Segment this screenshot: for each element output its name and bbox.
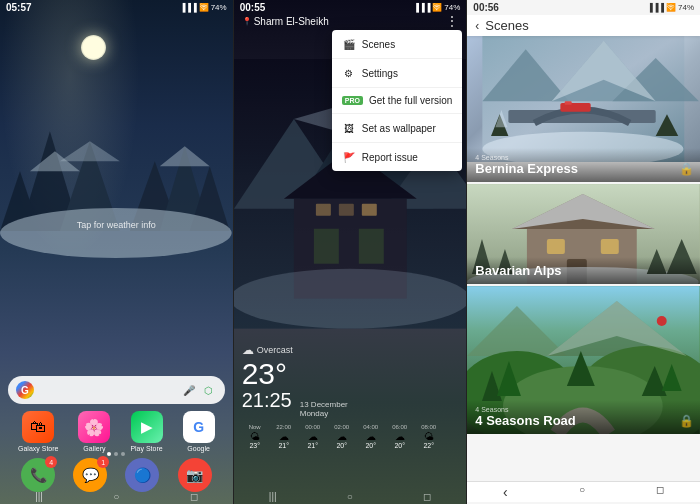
bixby-icon: 🔵: [134, 467, 151, 483]
location-name: Sharm El-Sheikh: [254, 16, 329, 27]
menu-scenes[interactable]: 🎬 Scenes: [332, 30, 463, 59]
back-button[interactable]: ‹: [475, 19, 479, 33]
weather-condition: ☁ Overcast: [242, 343, 459, 357]
current-time-weather: 21:25: [242, 389, 292, 412]
dot-2: [114, 452, 118, 456]
phone-badge: 4: [45, 456, 57, 468]
microphone-icon[interactable]: 🎤: [181, 382, 197, 398]
google-logo: G: [16, 381, 34, 399]
dot-3: [121, 452, 125, 456]
app-gallery[interactable]: 🌸 Gallery: [78, 411, 110, 452]
app-grid: 🛍 Galaxy Store 🌸 Gallery ▶ Play Store G …: [0, 411, 233, 452]
forecast-icon-0: 🌤: [250, 431, 260, 442]
weather-panel: ☁ Overcast 23° 21:25 13 December Monday …: [234, 343, 467, 449]
nav-back-3[interactable]: ‹: [503, 484, 508, 500]
nav-home-1[interactable]: ○: [113, 491, 119, 502]
scenes-page-title: Scenes: [485, 18, 692, 33]
gallery-icon: 🌸: [78, 411, 110, 443]
more-options-button[interactable]: ⋮: [446, 14, 458, 28]
location-pin-icon: 📍: [242, 17, 252, 26]
forecast-icon-2: ☁: [308, 431, 318, 442]
wallpaper-menu-icon: 🖼: [342, 121, 356, 135]
svg-rect-40: [547, 239, 565, 254]
app-galaxy-store[interactable]: 🛍 Galaxy Store: [18, 411, 58, 452]
time-display-1: 05:57: [6, 2, 32, 13]
phone-screen-3: 00:56 ▐▐▐ 🛜 74% ‹ Scenes: [467, 0, 700, 504]
app-google[interactable]: G Google: [183, 411, 215, 452]
forecast-icon-4: ☁: [366, 431, 376, 442]
svg-rect-18: [314, 229, 339, 264]
nav-back-1[interactable]: |||: [35, 491, 43, 502]
forecast-icon-1: ☁: [279, 431, 289, 442]
svg-marker-10: [160, 146, 210, 166]
signal-icon-2: ▐▐▐: [413, 3, 430, 12]
scenes-header: ‹ Scenes: [467, 15, 700, 36]
bavarian-name: Bavarian Alps: [475, 263, 692, 278]
nav-bar-1: ||| ○ ◻: [0, 491, 233, 502]
dock-camera[interactable]: 📷: [178, 458, 212, 492]
galaxy-store-icon: 🛍: [22, 411, 54, 443]
svg-rect-31: [565, 101, 572, 104]
nav-bar-2: ||| ○ ◻: [234, 491, 467, 502]
cloud-icon: ☁: [242, 343, 254, 357]
lens-icon[interactable]: ⬡: [201, 382, 217, 398]
messages-icon: 💬: [82, 467, 99, 483]
menu-settings[interactable]: ⚙ Settings: [332, 59, 463, 88]
status-bar-2: 00:55 ▐▐▐ 🛜 74%: [234, 0, 467, 15]
time-display-3: 00:56: [473, 2, 499, 13]
scene-4seasons[interactable]: 4 Seasons 4 Seasons Road 🔒: [467, 286, 700, 434]
forecast-00: 00:00 ☁ 21°: [300, 424, 326, 449]
battery-2: 74%: [444, 3, 460, 12]
scene-bavarian[interactable]: Bavarian Alps: [467, 184, 700, 284]
scenes-menu-icon: 🎬: [342, 37, 356, 51]
4seasons-lock-icon: 🔒: [679, 414, 694, 428]
signal-icon-1: ▐▐▐: [180, 3, 197, 12]
dock-phone[interactable]: 📞 4: [21, 458, 55, 492]
menu-wallpaper[interactable]: 🖼 Set as wallpaper: [332, 114, 463, 143]
status-icons-1: ▐▐▐ 🛜 74%: [180, 3, 227, 12]
forecast-icon-6: 🌤: [424, 431, 434, 442]
nav-recent-1[interactable]: ◻: [190, 491, 198, 502]
dock-bixby[interactable]: 🔵: [125, 458, 159, 492]
weather-tap-text[interactable]: Tap for weather info: [77, 220, 156, 230]
svg-point-7: [0, 208, 232, 258]
bernina-scene-img: [467, 32, 700, 162]
current-temperature: 23°: [242, 359, 459, 389]
signal-icon-3: ▐▐▐: [647, 3, 664, 12]
settings-menu-icon: ⚙: [342, 66, 356, 80]
battery-1: 74%: [211, 3, 227, 12]
forecast-now: Now 🌤 23°: [242, 424, 268, 449]
dock-messages[interactable]: 💬 1: [73, 458, 107, 492]
forecast-22: 22:00 ☁ 21°: [271, 424, 297, 449]
nav-back-2[interactable]: |||: [269, 491, 277, 502]
status-icons-3: ▐▐▐ 🛜 74%: [647, 3, 694, 12]
nav-recent-3[interactable]: ◻: [656, 484, 664, 500]
messages-badge: 1: [97, 456, 109, 468]
scene-bernina[interactable]: 4 Seasons Bernina Express 🔒: [467, 32, 700, 182]
forecast-04: 04:00 ☁ 20°: [358, 424, 384, 449]
report-menu-icon: 🚩: [342, 150, 356, 164]
nav-recent-2[interactable]: ◻: [423, 491, 431, 502]
scenes-list: 4 Seasons Bernina Express 🔒: [467, 32, 700, 484]
svg-point-23: [234, 269, 467, 329]
dock: 📞 4 💬 1 🔵 📷: [0, 458, 233, 492]
battery-3: 74%: [678, 3, 694, 12]
menu-report[interactable]: 🚩 Report issue: [332, 143, 463, 171]
page-dots: [107, 452, 125, 456]
phone-screen-1: 05:57 ▐▐▐ 🛜 74% Tap for weather info G 🎤…: [0, 0, 233, 504]
bernina-tag: 4 Seasons: [475, 154, 692, 161]
forecast-icon-5: ☁: [395, 431, 405, 442]
nav-home-3[interactable]: ○: [579, 484, 585, 500]
4seasons-tag: 4 Seasons: [475, 406, 692, 413]
forecast-06: 06:00 ☁ 20°: [387, 424, 413, 449]
menu-pro[interactable]: PRO Get the full version: [332, 88, 463, 114]
svg-rect-20: [316, 204, 331, 216]
time-display-2: 00:55: [240, 2, 266, 13]
bernina-name: Bernina Express: [475, 161, 692, 176]
svg-marker-9: [60, 141, 120, 161]
winter-scene-svg: [0, 0, 233, 302]
wifi-icon-3: 🛜: [666, 3, 676, 12]
google-search-bar[interactable]: G 🎤 ⬡: [8, 376, 225, 404]
app-play-store[interactable]: ▶ Play Store: [130, 411, 162, 452]
nav-home-2[interactable]: ○: [347, 491, 353, 502]
